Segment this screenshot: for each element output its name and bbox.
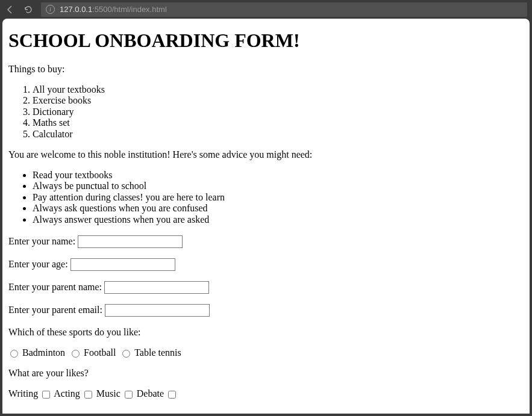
name-label: Enter your name: [8,236,75,246]
browser-toolbar: i 127.0.0.1:5500/html/index.html [0,0,532,19]
like-label: Writing [8,388,38,399]
parent-email-input[interactable] [105,304,210,317]
like-checkbox-music[interactable] [125,391,133,399]
reload-icon[interactable] [23,4,34,15]
like-checkbox-writing[interactable] [42,391,50,399]
age-label: Enter your age: [8,259,68,269]
parent-email-label: Enter your parent email: [8,305,102,315]
like-checkbox-debate[interactable] [168,391,176,399]
list-item: Always be punctual to school [33,181,524,191]
list-item: Always answer questions when you are ask… [33,214,524,225]
page-content: SCHOOL ONBOARDING FORM! Things to buy: A… [2,19,530,414]
list-item: Dictionary [33,107,524,117]
list-item: Exercise books [33,95,524,106]
like-label: Acting [54,388,80,399]
page-title: SCHOOL ONBOARDING FORM! [8,29,524,52]
sport-label: Badminton [22,347,65,358]
info-icon[interactable]: i [46,5,55,14]
sports-question: Which of these sports do you like: [8,327,524,338]
like-checkbox-acting[interactable] [84,391,92,399]
name-input[interactable] [78,235,183,248]
sport-radio-badminton[interactable] [10,350,18,358]
things-to-buy-list: All your textbooks Exercise books Dictio… [8,84,524,140]
like-label: Debate [137,388,164,399]
sport-radio-table-tennis[interactable] [122,350,130,358]
list-item: Read your textbooks [33,170,524,181]
sport-radio-football[interactable] [72,350,80,358]
list-item: Pay attention during classes! you are he… [33,192,524,203]
like-label: Music [96,388,120,399]
sports-options: Badminton Football Table tennis [8,347,524,358]
list-item: Calculator [33,129,524,140]
address-bar[interactable]: i 127.0.0.1:5500/html/index.html [41,2,527,17]
url-text: 127.0.0.1:5500/html/index.html [60,5,167,14]
sport-label: Football [84,347,116,358]
list-item: Maths set [33,117,524,128]
advice-list: Read your textbooks Always be punctual t… [8,170,524,225]
parent-name-label: Enter your parent name: [8,282,102,292]
welcome-text: You are welcome to this noble institutio… [8,149,524,160]
age-input[interactable] [70,258,175,271]
list-item: Always ask questions when you are confus… [33,203,524,214]
likes-question: What are your likes? [8,368,524,379]
back-icon[interactable] [5,4,16,15]
parent-name-input[interactable] [104,281,209,294]
sport-label: Table tennis [134,347,181,358]
likes-options: Writing Acting Music Debate [8,388,524,399]
list-item: All your textbooks [33,84,524,95]
things-to-buy-label: Things to buy: [8,64,524,75]
